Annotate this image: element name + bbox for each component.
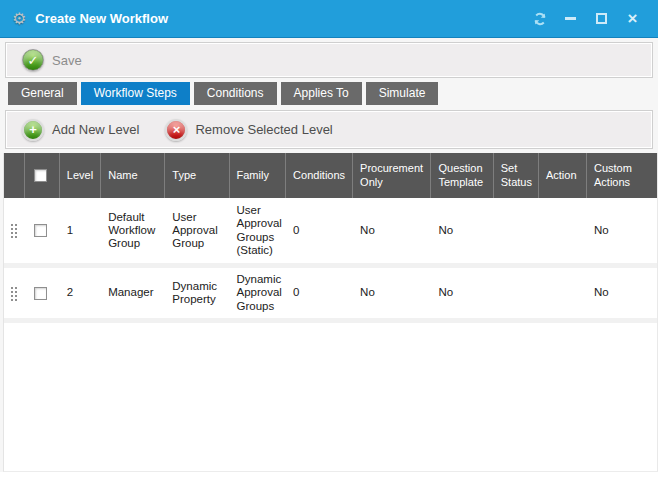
header-conditions: Conditions	[286, 153, 353, 198]
header-procurement-only: Procurement Only	[353, 153, 431, 198]
cell-name: Default Workflow Group	[101, 198, 165, 263]
table-row-1: 1 Default Workflow Group User Approval G…	[4, 198, 657, 268]
header-name: Name	[101, 153, 165, 198]
level-toolbar: + Add New Level × Remove Selected Level	[5, 110, 653, 149]
main-toolbar: ✓ Save	[5, 42, 653, 78]
tab-general[interactable]: General	[8, 82, 77, 105]
cell-type: Dynamic Property	[165, 268, 229, 318]
cell-level: 2	[60, 268, 101, 318]
window-title: Create New Workflow	[35, 11, 524, 26]
add-new-level-label: Add New Level	[52, 122, 139, 137]
cell-custom-actions: No	[587, 268, 657, 318]
remove-x-icon: ×	[165, 119, 187, 141]
cell-action	[539, 268, 587, 318]
header-select-all-cell	[25, 153, 60, 198]
minimize-button[interactable]	[555, 6, 586, 32]
cell-set-status	[494, 198, 539, 263]
maximize-icon	[596, 13, 607, 24]
title-bar: ⚙ Create New Workflow ×	[0, 0, 658, 38]
close-button[interactable]: ×	[617, 6, 648, 32]
remove-selected-level-button[interactable]: × Remove Selected Level	[159, 117, 338, 143]
row-select-cell	[25, 268, 60, 318]
header-action: Action	[539, 153, 587, 198]
cell-procurement-only: No	[353, 198, 431, 263]
tab-conditions[interactable]: Conditions	[194, 82, 277, 105]
remove-selected-level-label: Remove Selected Level	[195, 122, 332, 137]
cell-family: User Approval Groups (Static)	[229, 198, 286, 263]
header-drag-column	[4, 153, 25, 198]
cell-conditions: 0	[286, 268, 353, 318]
save-button[interactable]: ✓ Save	[16, 47, 88, 73]
cell-level: 1	[60, 198, 101, 263]
tab-strip: General Workflow Steps Conditions Applie…	[0, 78, 658, 110]
row-drag-cell	[4, 198, 25, 263]
grid-header-row: Level Name Type Family Conditions Procur…	[4, 153, 657, 198]
close-icon: ×	[628, 10, 638, 27]
header-custom-actions: Custom Actions	[587, 153, 657, 198]
tab-applies-to[interactable]: Applies To	[281, 82, 362, 105]
header-set-status: Set Status	[494, 153, 539, 198]
add-plus-icon: +	[22, 119, 44, 141]
cell-custom-actions: No	[587, 198, 657, 263]
row-drag-cell	[4, 268, 25, 318]
window-gear-icon: ⚙	[12, 11, 26, 27]
header-type: Type	[165, 153, 229, 198]
cell-conditions: 0	[286, 198, 353, 263]
table-row-2: 2 Manager Dynamic Property Dynamic Appro…	[4, 268, 657, 323]
drag-handle-icon[interactable]	[10, 223, 18, 238]
header-level: Level	[60, 153, 101, 198]
refresh-button[interactable]	[524, 6, 555, 32]
save-check-icon: ✓	[22, 49, 44, 71]
maximize-button[interactable]	[586, 6, 617, 32]
minimize-icon	[565, 17, 576, 20]
cell-family: Dynamic Approval Groups	[229, 268, 286, 318]
tab-simulate[interactable]: Simulate	[366, 82, 439, 105]
tab-workflow-steps[interactable]: Workflow Steps	[81, 82, 190, 105]
cell-action	[539, 198, 587, 263]
cell-name: Manager	[101, 268, 165, 318]
save-button-label: Save	[52, 53, 82, 68]
add-new-level-button[interactable]: + Add New Level	[16, 117, 145, 143]
select-all-checkbox[interactable]	[34, 169, 47, 182]
cell-question-template: No	[432, 198, 494, 263]
row-checkbox[interactable]	[34, 287, 47, 300]
grid-empty-area	[4, 323, 657, 467]
cell-type: User Approval Group	[165, 198, 229, 263]
window-controls: ×	[524, 6, 648, 32]
refresh-icon	[532, 11, 548, 27]
drag-handle-icon[interactable]	[10, 286, 18, 301]
cell-question-template: No	[432, 268, 494, 318]
row-select-cell	[25, 198, 60, 263]
window-body: ✓ Save General Workflow Steps Conditions…	[0, 38, 658, 472]
cell-procurement-only: No	[353, 268, 431, 318]
cell-set-status	[494, 268, 539, 318]
row-checkbox[interactable]	[34, 224, 47, 237]
header-family: Family	[230, 153, 287, 198]
header-question-template: Question Template	[431, 153, 493, 198]
workflow-steps-grid: Level Name Type Family Conditions Procur…	[3, 153, 658, 472]
